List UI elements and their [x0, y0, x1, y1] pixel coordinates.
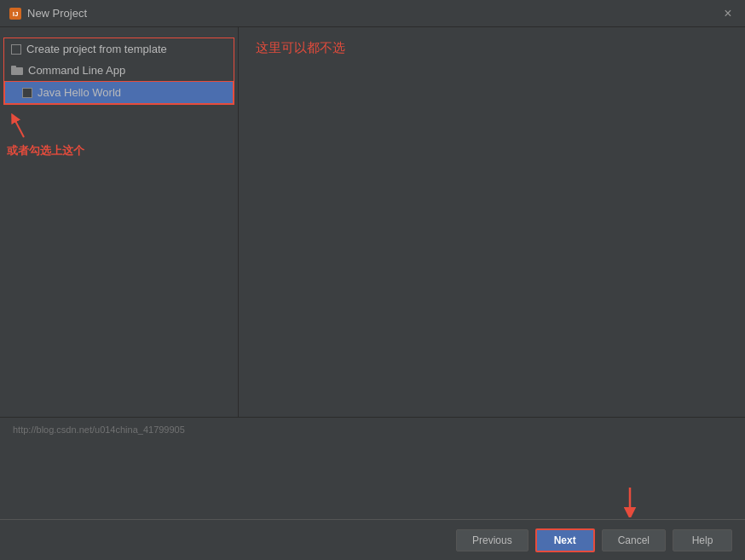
- url-text: http://blog.csdn.net/u014china_41799905: [13, 424, 185, 435]
- command-line-app-label: Command Line App: [28, 64, 125, 77]
- footer: Previous Next Cancel Help: [0, 519, 745, 560]
- create-from-template-label: Create project from template: [26, 43, 167, 55]
- left-annotation-text: 或者勾选上这个: [0, 139, 238, 163]
- content-area: Create project from template Command Lin…: [0, 27, 745, 417]
- arrow-down-icon: [613, 488, 647, 517]
- svg-line-3: [14, 118, 24, 137]
- help-button[interactable]: Help: [673, 529, 732, 551]
- cancel-button[interactable]: Cancel: [602, 529, 666, 551]
- command-line-app-item[interactable]: Command Line App: [4, 60, 234, 81]
- java-hello-world-checkbox[interactable]: [22, 88, 32, 98]
- panel-annotation: 或者勾选上这个: [0, 108, 238, 163]
- dialog-body: Create project from template Command Lin…: [0, 27, 745, 560]
- java-hello-world-item[interactable]: Java Hello World: [4, 81, 234, 104]
- folder-icon: [11, 66, 23, 76]
- app-icon: IJ: [9, 7, 22, 20]
- create-from-template-item[interactable]: Create project from template: [4, 38, 234, 60]
- arrow-up-icon: [7, 113, 41, 139]
- template-section: Create project from template Command Lin…: [3, 38, 234, 105]
- dialog-title: New Project: [27, 7, 736, 20]
- previous-button[interactable]: Previous: [456, 529, 528, 551]
- next-arrow-annotation: [613, 488, 647, 520]
- create-from-template-checkbox[interactable]: [11, 44, 21, 55]
- right-annotation-text: 这里可以都不选: [256, 40, 728, 56]
- svg-text:IJ: IJ: [13, 10, 19, 18]
- left-panel: Create project from template Command Lin…: [0, 27, 239, 417]
- close-button[interactable]: ×: [719, 5, 736, 22]
- right-panel: 这里可以都不选: [239, 27, 745, 417]
- title-bar: IJ New Project ×: [0, 0, 745, 27]
- next-button[interactable]: Next: [535, 528, 595, 552]
- java-hello-world-label: Java Hello World: [38, 86, 121, 99]
